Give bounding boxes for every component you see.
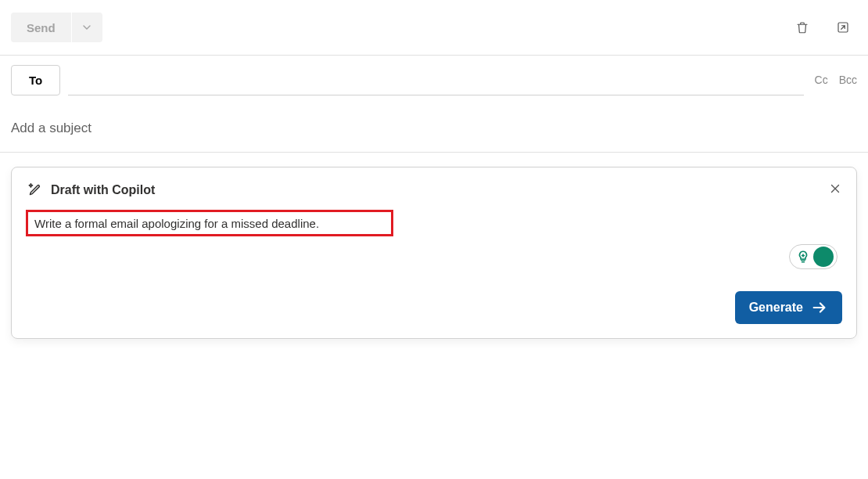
discard-button[interactable] bbox=[788, 13, 816, 41]
copilot-close-button[interactable] bbox=[828, 182, 842, 199]
popout-icon bbox=[836, 20, 850, 34]
sparkle-pen-icon bbox=[26, 182, 43, 199]
arrow-right-icon bbox=[811, 299, 828, 316]
copilot-draft-panel: Draft with Copilot Write a formal email … bbox=[11, 167, 857, 339]
copilot-prompt-input[interactable]: Write a formal email apologizing for a m… bbox=[26, 210, 393, 236]
send-button[interactable]: Send bbox=[11, 13, 71, 42]
recipient-row: To Cc Bcc bbox=[0, 56, 868, 104]
copilot-badge-pill bbox=[789, 244, 838, 269]
close-icon bbox=[828, 182, 842, 196]
lightbulb-plus-icon bbox=[796, 250, 810, 264]
subject-input[interactable] bbox=[11, 121, 857, 136]
generate-button[interactable]: Generate bbox=[735, 291, 842, 324]
send-options-dropdown[interactable] bbox=[71, 13, 102, 42]
subject-row bbox=[0, 104, 868, 153]
copilot-badge-group[interactable] bbox=[789, 244, 838, 269]
copilot-prompt-text: Write a formal email apologizing for a m… bbox=[34, 217, 319, 230]
cc-button[interactable]: Cc bbox=[815, 74, 828, 86]
trash-icon bbox=[795, 20, 809, 34]
popout-button[interactable] bbox=[829, 13, 857, 41]
to-button[interactable]: To bbox=[11, 65, 60, 95]
bcc-button[interactable]: Bcc bbox=[839, 74, 857, 86]
copilot-avatar-icon bbox=[813, 247, 834, 267]
copilot-header: Draft with Copilot bbox=[26, 182, 842, 199]
copilot-panel-title: Draft with Copilot bbox=[51, 183, 155, 197]
generate-button-label: Generate bbox=[749, 301, 803, 315]
copilot-footer: Generate bbox=[26, 291, 842, 324]
compose-toolbar: Send bbox=[0, 0, 868, 56]
send-button-group: Send bbox=[11, 13, 102, 42]
to-input[interactable] bbox=[68, 64, 803, 95]
chevron-down-icon bbox=[82, 23, 91, 32]
